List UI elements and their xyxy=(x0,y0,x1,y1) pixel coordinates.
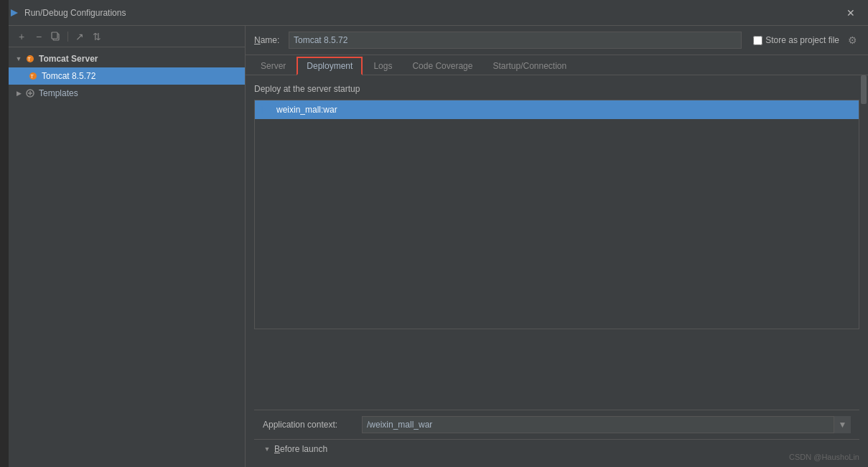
sidebar-item-label-tomcat-server: Tomcat Server xyxy=(39,54,98,64)
scrollbar-thumb xyxy=(861,75,867,104)
tab-deployment-label: Deployment xyxy=(307,61,353,71)
title-bar-icon xyxy=(9,7,20,19)
tab-logs-label: Logs xyxy=(373,61,392,71)
gear-button[interactable]: ⚙ xyxy=(845,33,859,47)
before-launch-arrow-icon: ▼ xyxy=(263,445,271,453)
deploy-list-wrapper: weixin_mall:war + xyxy=(254,100,859,329)
svg-rect-2 xyxy=(52,32,57,39)
watermark: CSDN @HaushoLin xyxy=(789,453,859,461)
deploy-section-title: Deploy at the server startup xyxy=(254,84,859,94)
tomcat-8572-icon: T xyxy=(27,70,39,82)
deployment-content: Deploy at the server startup xyxy=(246,75,868,467)
remove-config-button[interactable]: − xyxy=(32,29,46,44)
tab-code-coverage[interactable]: Code Coverage xyxy=(403,56,482,75)
deploy-item-text: weixin_mall:war xyxy=(276,105,337,115)
before-launch-label: Before launch xyxy=(274,444,327,454)
app-context-row: Application context: /weixin_mall_war ▼ xyxy=(254,410,859,439)
left-edge-strip xyxy=(0,0,9,467)
sidebar-item-tomcat-8572[interactable]: T Tomcat 8.5.72 xyxy=(9,67,245,85)
tab-deployment[interactable]: Deployment xyxy=(297,57,363,75)
sidebar-toolbar: + − ↗ ⇅ xyxy=(9,26,245,47)
title-bar-title: Run/Debug Configurations xyxy=(24,8,842,18)
main-layout: + − ↗ ⇅ ▼ T xyxy=(0,26,868,467)
move-up-button[interactable]: ↗ xyxy=(73,29,87,44)
sidebar-item-templates[interactable]: ▶ Templates xyxy=(9,85,245,102)
tabs-row: Server Deployment Logs Code Coverage Sta… xyxy=(246,55,868,75)
tab-startup-connection-label: Startup/Connection xyxy=(493,61,566,71)
app-context-label: Application context: xyxy=(263,420,356,430)
svg-text:T: T xyxy=(31,74,34,79)
copy-config-button[interactable] xyxy=(49,29,63,44)
close-button[interactable]: ✕ xyxy=(842,6,859,20)
tab-server-label: Server xyxy=(261,61,286,71)
deploy-list-area: weixin_mall:war xyxy=(254,100,859,329)
sidebar: + − ↗ ⇅ ▼ T xyxy=(9,26,246,467)
tab-logs[interactable]: Logs xyxy=(364,56,401,75)
svg-marker-0 xyxy=(11,9,18,16)
sidebar-item-label-templates: Templates xyxy=(39,88,78,98)
name-input[interactable] xyxy=(289,32,742,49)
tree-arrow-templates: ▶ xyxy=(14,89,23,98)
tab-startup-connection[interactable]: Startup/Connection xyxy=(483,56,576,75)
sidebar-item-tomcat-server[interactable]: ▼ T Tomcat Server xyxy=(9,50,245,67)
tomcat-server-icon: T xyxy=(24,53,36,65)
sidebar-tree: ▼ T Tomcat Server T xyxy=(9,47,245,467)
content-area: Name: Store as project file ⚙ Server Dep… xyxy=(246,26,868,467)
store-as-project-checkbox[interactable] xyxy=(753,36,762,45)
before-launch-row: ▼ Before launch xyxy=(254,439,859,458)
app-context-select-wrapper: /weixin_mall_war ▼ xyxy=(362,416,851,433)
templates-icon xyxy=(24,88,36,99)
store-checkbox-area: Store as project file xyxy=(753,35,839,45)
name-label: Name: xyxy=(254,35,283,45)
add-config-button[interactable]: + xyxy=(14,29,29,44)
deploy-item-weixin-mall-war[interactable]: weixin_mall:war xyxy=(255,100,859,119)
sort-button[interactable]: ⇅ xyxy=(90,29,104,44)
store-as-project-label: Store as project file xyxy=(765,35,839,45)
tab-code-coverage-label: Code Coverage xyxy=(412,61,472,71)
svg-point-11 xyxy=(263,109,266,111)
toolbar-separator xyxy=(67,32,68,42)
deploy-item-icon xyxy=(261,104,272,115)
svg-text:T: T xyxy=(28,57,32,62)
app-context-select[interactable]: /weixin_mall_war xyxy=(362,416,851,433)
name-row: Name: Store as project file ⚙ xyxy=(246,26,868,55)
tree-arrow-tomcat-server: ▼ xyxy=(14,55,23,63)
tab-server[interactable]: Server xyxy=(251,56,295,75)
scrollbar[interactable] xyxy=(861,75,868,467)
sidebar-item-label-tomcat-8572: Tomcat 8.5.72 xyxy=(42,71,95,81)
title-bar: Run/Debug Configurations ✕ xyxy=(0,0,868,26)
